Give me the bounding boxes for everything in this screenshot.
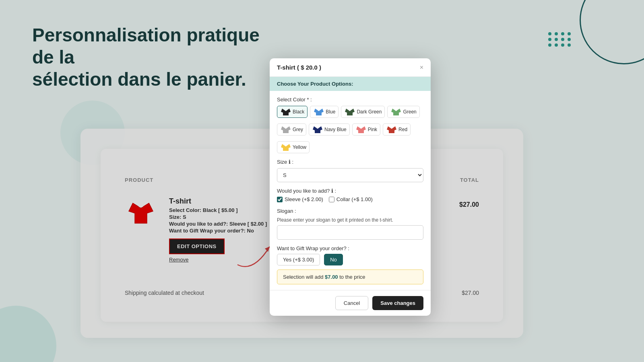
addon-field-label: Would you like to add? ℹ :: [277, 188, 423, 194]
giftwrap-options-group: Yes (+$ 3.00) No: [277, 254, 423, 265]
addon-sleeve[interactable]: Sleeve (+$ 2.00): [277, 196, 323, 202]
color-option-red[interactable]: Red: [383, 123, 411, 136]
modal-header: T-shirt ( $ 20.0 ) ×: [270, 58, 431, 77]
modal-close-button[interactable]: ×: [420, 64, 423, 71]
giftwrap-yes-button[interactable]: Yes (+$ 3.00): [277, 254, 320, 265]
slogan-description: Please enter your slogan to get it print…: [277, 217, 423, 223]
slogan-field-label: Slogan :: [277, 208, 423, 214]
color-options-group-2: Grey Navy Blue Pink Red: [277, 123, 423, 136]
size-field: Size ℹ : S M L XL XXL: [277, 159, 423, 182]
size-field-label: Size ℹ :: [277, 159, 423, 165]
giftwrap-field: Want to Gift Wrap your order? : Yes (+$ …: [277, 245, 423, 265]
modal-section-header: Choose Your Product Options:: [270, 77, 431, 91]
save-changes-button[interactable]: Save changes: [372, 296, 423, 310]
color-option-grey[interactable]: Grey: [277, 123, 306, 136]
product-options-modal: T-shirt ( $ 20.0 ) × Choose Your Product…: [270, 58, 431, 316]
color-field-label: Select Color * :: [277, 97, 423, 103]
color-option-black[interactable]: Black: [277, 106, 308, 118]
modal-title: T-shirt ( $ 20.0 ): [277, 64, 321, 71]
size-select[interactable]: S M L XL XXL: [277, 168, 423, 182]
selection-notice: Selection will add $7.00 to the price: [277, 269, 423, 284]
addon-sleeve-checkbox[interactable]: [277, 197, 283, 202]
color-option-blue[interactable]: Blue: [310, 106, 339, 118]
modal-footer: Cancel Save changes: [270, 290, 431, 316]
slogan-field: Slogan : Please enter your slogan to get…: [277, 208, 423, 240]
color-option-navyblue[interactable]: Navy Blue: [309, 123, 350, 136]
color-option-yellow[interactable]: Yellow: [277, 141, 310, 153]
color-option-pink[interactable]: Pink: [352, 123, 380, 136]
color-options-group: Black Blue Dark Green Green: [277, 106, 423, 118]
cancel-button[interactable]: Cancel: [335, 296, 368, 310]
giftwrap-no-button[interactable]: No: [324, 254, 343, 265]
addon-field: Would you like to add? ℹ : Sleeve (+$ 2.…: [277, 188, 423, 202]
addon-collar[interactable]: Collar (+$ 1.00): [329, 196, 373, 202]
color-option-darkgreen[interactable]: Dark Green: [341, 106, 385, 118]
giftwrap-field-label: Want to Gift Wrap your order? :: [277, 245, 423, 251]
color-option-green[interactable]: Green: [387, 106, 419, 118]
color-options-group-3: Yellow: [277, 141, 423, 153]
addon-options-group: Sleeve (+$ 2.00) Collar (+$ 1.00): [277, 196, 423, 202]
addon-collar-checkbox[interactable]: [329, 197, 334, 202]
modal-body: Select Color * : Black Blue Dark Green G…: [270, 91, 431, 290]
slogan-input[interactable]: [277, 225, 423, 240]
notice-price: $7.00: [325, 274, 338, 280]
